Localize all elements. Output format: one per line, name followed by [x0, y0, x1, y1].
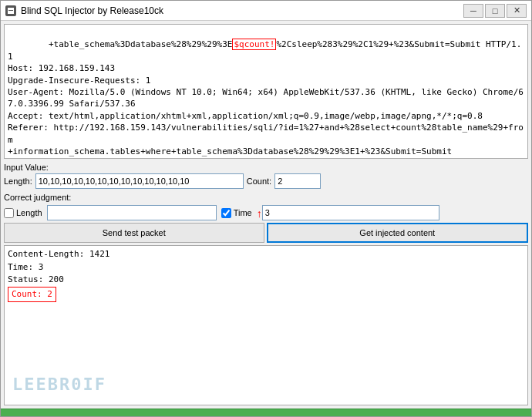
minimize-button[interactable]: ─	[463, 4, 483, 18]
count-label: Count:	[247, 177, 271, 186]
get-injected-content-button[interactable]: Get injected content	[267, 223, 529, 243]
output-textbox[interactable]: Content-Length: 1421 Time: 3 Status: 200…	[4, 245, 528, 405]
app-icon	[5, 5, 16, 16]
request-textbox[interactable]: +table_schema%3Ddatabase%28%29%29%3E$qco…	[4, 24, 528, 159]
title-bar: Blind SQL Injector by Release10ck ─ □ ✕	[1, 1, 531, 21]
title-bar-left: Blind SQL Injector by Release10ck	[5, 5, 163, 16]
output-line3: Status: 200	[8, 274, 524, 287]
length-checkbox-group: Length	[4, 208, 42, 218]
time-judgment-input[interactable]	[262, 205, 439, 220]
length-checkbox-label: Length	[16, 208, 42, 217]
request-line1-after: %2Csleep%283%29%2C1%29+%23&Submit=Submit…	[8, 39, 524, 159]
buttons-row: Send test packet Get injected content	[4, 223, 528, 243]
close-button[interactable]: ✕	[507, 4, 527, 18]
output-line2: Time: 3	[8, 261, 524, 274]
length-label: Length:	[4, 177, 32, 186]
request-highlight: $qcount!	[232, 39, 276, 50]
output-count-badge: Count: 2	[8, 287, 524, 303]
svg-rect-1	[8, 10, 13, 11]
time-checkbox-group: Time	[221, 208, 252, 218]
count-value-badge: Count: 2	[8, 287, 56, 303]
main-content: +table_schema%3Ddatabase%28%29%29%3E$qco…	[1, 21, 531, 409]
length-checkbox[interactable]	[4, 208, 14, 218]
watermark: LEEBR0IF	[12, 372, 106, 397]
request-line1-before: +table_schema%3Ddatabase%28%29%29%3E	[49, 39, 232, 49]
window-title: Blind SQL Injector by Release10ck	[21, 5, 163, 16]
send-test-packet-button[interactable]: Send test packet	[4, 223, 264, 243]
arrow-icon: ↑	[257, 207, 262, 220]
main-window: Blind SQL Injector by Release10ck ─ □ ✕ …	[0, 0, 532, 417]
request-text: +table_schema%3Ddatabase%28%29%29%3E$qco…	[8, 27, 524, 159]
length-judgment-input[interactable]	[47, 205, 217, 220]
title-bar-controls: ─ □ ✕	[463, 4, 527, 18]
length-input[interactable]	[35, 173, 244, 189]
status-bar	[1, 409, 531, 416]
input-value-label: Input Value:	[4, 163, 49, 172]
correct-judgment-label: Correct judgment:	[4, 193, 71, 202]
output-line1: Content-Length: 1421	[8, 248, 524, 261]
input-value-section: Input Value: Length: Count:	[4, 161, 528, 190]
correct-judgment-section: Correct judgment:	[4, 193, 528, 202]
maximize-button[interactable]: □	[485, 4, 505, 18]
time-checkbox[interactable]	[221, 208, 231, 218]
count-input[interactable]	[274, 173, 321, 189]
time-checkbox-label: Time	[234, 208, 252, 217]
